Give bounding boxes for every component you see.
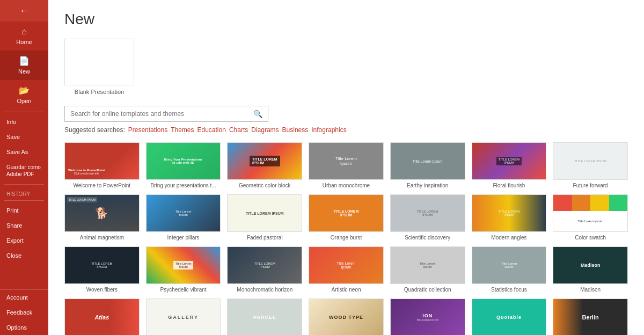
template-name: Quadratic collection — [390, 286, 465, 293]
divider-1 — [4, 112, 44, 112]
page-title: New — [64, 11, 628, 28]
template-name: Animal magnetism — [64, 234, 140, 241]
divider-3 — [4, 200, 44, 201]
template-quotable[interactable]: Quotable Quotable — [472, 298, 547, 335]
template-psychedelic[interactable]: Title LoremIpsum Psychedelic vibrant — [146, 246, 221, 293]
template-name: Geometric color block — [227, 182, 302, 189]
template-name: Welcome to PowerPoint — [64, 182, 140, 189]
template-color-swatch[interactable]: Title Lorem Ipsum Color swatch — [553, 194, 628, 241]
template-name: Woven fibers — [64, 286, 140, 293]
template-name: Color swatch — [553, 234, 628, 241]
suggested-business[interactable]: Business — [282, 126, 309, 134]
blank-pres-thumb[interactable] — [64, 39, 134, 85]
template-madison[interactable]: Madison Madison — [553, 246, 628, 293]
sidebar-item-save[interactable]: Save — [0, 129, 48, 144]
sidebar-bottom: Account Feedback Options — [0, 289, 48, 335]
back-button[interactable]: ← — [0, 0, 48, 21]
template-name: Bring your presentations t... — [146, 182, 221, 189]
template-ion[interactable]: ION BOARDROOM Ion Boardroom — [390, 298, 465, 335]
suggested-diagrams[interactable]: Diagrams — [251, 126, 279, 134]
blank-presentation[interactable]: Blank Presentation — [64, 39, 134, 95]
suggested-presentations[interactable]: Presentations — [128, 126, 167, 134]
suggested-infographics[interactable]: Infographics — [311, 126, 346, 134]
template-monochromatic[interactable]: TITLE LOREMIPSUM Monochromatic horizon — [227, 246, 302, 293]
suggested-charts[interactable]: Charts — [229, 126, 248, 134]
suggested-searches: Suggested searches: Presentations Themes… — [64, 126, 628, 134]
suggested-education[interactable]: Education — [197, 126, 226, 134]
sidebar: ← ⌂ Home 📄 New 📂 Open Info Save Save As … — [0, 0, 48, 335]
sidebar-item-save-as[interactable]: Save As — [0, 144, 48, 159]
template-bring[interactable]: Bring Your Presentationsto Life with 3D … — [146, 142, 221, 189]
template-name: Orange burst — [309, 234, 384, 241]
template-scientific[interactable]: TITLE LOREMIPSUM Scientific discovery — [390, 194, 465, 241]
template-name: Monochromatic horizon — [227, 286, 302, 293]
sidebar-item-home[interactable]: ⌂ Home — [0, 21, 48, 50]
template-animal[interactable]: TITLE LOREM IPSUM 🐕 Animal magnetism — [64, 194, 140, 241]
template-integer[interactable]: Title LoremIpsum Integer pillars — [146, 194, 221, 241]
template-name: Earthy inspiration — [390, 182, 465, 189]
sidebar-item-export[interactable]: Export — [0, 233, 48, 248]
template-parcel[interactable]: PARCEL Parcel — [227, 298, 302, 335]
template-name: Future forward — [553, 182, 628, 189]
sidebar-item-share[interactable]: Share — [0, 218, 48, 233]
template-quadratic[interactable]: Title LoremIpsum Quadratic collection — [390, 246, 465, 293]
template-statistics[interactable]: Title LoremIpsum Statistics focus — [472, 246, 547, 293]
sidebar-item-info[interactable]: Info — [0, 114, 48, 129]
template-faded[interactable]: TITLE LOREM IPSUM Faded pastoral — [227, 194, 302, 241]
sidebar-item-close[interactable]: Close — [0, 248, 48, 263]
history-label: History — [0, 187, 48, 198]
template-berlin[interactable]: Berlin Berlin — [553, 298, 628, 335]
sidebar-item-options[interactable]: Options — [0, 320, 48, 335]
suggested-themes[interactable]: Themes — [171, 126, 194, 134]
template-atlas[interactable]: Atlas Atlas — [64, 298, 140, 335]
sidebar-item-open[interactable]: 📂 Open — [0, 80, 48, 110]
template-name: Faded pastoral — [227, 234, 302, 241]
template-name: Statistics focus — [472, 286, 547, 293]
back-icon: ← — [19, 5, 29, 17]
template-grid: Welcome to PowerPointClick to edit main … — [64, 142, 628, 335]
home-icon: ⌂ — [21, 27, 27, 37]
template-name: Madison — [553, 286, 628, 293]
template-urban[interactable]: Title LoremIpsum Urban monochrome — [309, 142, 384, 189]
template-name: Modern angles — [472, 234, 547, 241]
sidebar-item-account[interactable]: Account — [0, 290, 48, 305]
template-wood[interactable]: WOOD TYPE Wood Type — [309, 298, 384, 335]
main-content: New Blank Presentation 🔍 Suggested searc… — [48, 0, 644, 335]
template-name: Psychedelic vibrant — [146, 286, 221, 293]
template-modern[interactable]: TITLE LOREMIPSUM Modern angles — [472, 194, 547, 241]
template-gallery[interactable]: GALLERY Gallery — [146, 298, 221, 335]
template-floral[interactable]: TITLE LOREMIPSUM Floral flourish — [472, 142, 547, 189]
search-input[interactable] — [65, 107, 248, 121]
new-icon: 📄 — [19, 56, 30, 66]
template-name: Scientific discovery — [390, 234, 465, 241]
blank-pres-label: Blank Presentation — [64, 89, 134, 95]
template-future[interactable]: TITLE LOREM IPSUM Future forward — [553, 142, 628, 189]
search-bar: 🔍 — [64, 106, 268, 122]
search-button[interactable]: 🔍 — [248, 106, 268, 121]
template-name: Urban monochrome — [309, 182, 384, 189]
template-earth[interactable]: Title Lorem Ipsum Earthy inspiration — [390, 142, 465, 189]
template-geo[interactable]: TITLE LOREMIPSUM Geometric color block — [227, 142, 302, 189]
sidebar-item-guardar[interactable]: Guardar como Adobe PDF — [0, 159, 48, 182]
sidebar-item-new[interactable]: 📄 New — [0, 50, 48, 80]
template-welcome[interactable]: Welcome to PowerPointClick to edit main … — [64, 142, 140, 189]
template-name: Artistic neon — [309, 286, 384, 293]
template-name: Floral flourish — [472, 182, 547, 189]
template-woven[interactable]: TITLE LOREMIPSUM Woven fibers — [64, 246, 140, 293]
suggested-label: Suggested searches: — [64, 126, 125, 134]
template-name: Integer pillars — [146, 234, 221, 241]
sidebar-item-print[interactable]: Print — [0, 203, 48, 218]
template-artistic[interactable]: Title LoremIpsum Artistic neon — [309, 246, 384, 293]
sidebar-item-feedback[interactable]: Feedback — [0, 305, 48, 320]
template-orange-burst[interactable]: TITLE LOREMIPSUM Orange burst — [309, 194, 384, 241]
divider-2 — [4, 184, 44, 185]
open-icon: 📂 — [19, 85, 30, 96]
